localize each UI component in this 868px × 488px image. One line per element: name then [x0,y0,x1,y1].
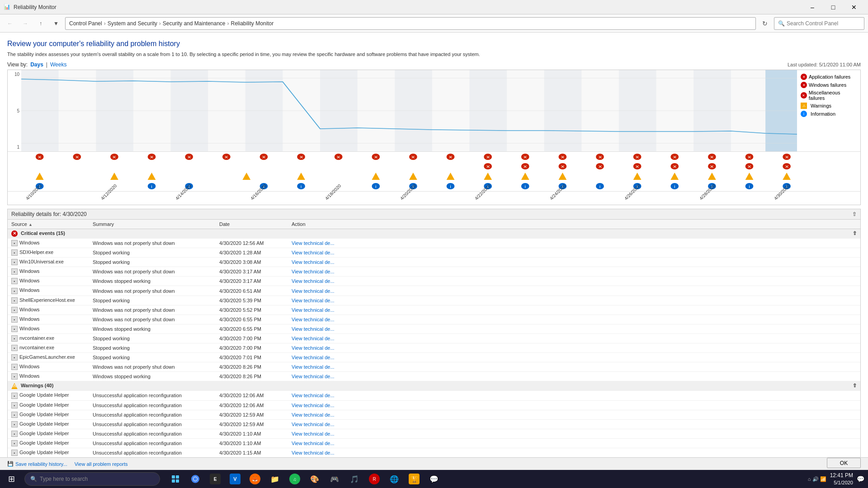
notification-icon[interactable]: 💬 [857,475,864,483]
view-days-link[interactable]: Days [30,61,43,68]
start-button[interactable]: ⊞ [0,470,23,488]
breadcrumb-sm[interactable]: Security and Maintenance [163,20,226,27]
app-icon: ▪ [11,440,18,446]
table-row[interactable]: ▪nvcontainer.exe Stopped working 4/30/20… [8,333,860,343]
close-button[interactable]: ✕ [844,0,864,14]
action-link[interactable]: View technical de... [292,326,335,332]
taskbar-app-orange[interactable]: 🦊 [245,470,265,488]
section-header-critical[interactable]: ✕ Critical events (15) ⇧ [8,229,860,239]
action-link[interactable]: View technical de... [292,412,335,418]
table-row[interactable]: ▪Windows Windows was not properly shut d… [8,267,860,277]
view-weeks-link[interactable]: Weeks [50,61,66,68]
taskbar-app-vector[interactable]: V [225,470,245,488]
action-link[interactable]: View technical de... [292,288,335,294]
taskbar-app-file[interactable]: 📁 [265,470,285,488]
table-row[interactable]: ▪Google Update Helper Unsuccessful appli… [8,419,860,429]
col-source[interactable]: Source ▲ [8,220,89,229]
save-reliability-link[interactable]: 💾 Save reliability history... [7,461,67,467]
breadcrumb-cp[interactable]: Control Panel [69,20,102,27]
taskbar-app-vlc[interactable]: 🎵 [344,470,364,488]
forward-button[interactable]: → [19,17,32,30]
details-scroll-up[interactable]: ⇧ [852,211,857,217]
svg-marker-83 [521,173,529,180]
action-link[interactable]: View technical de... [292,240,335,246]
action-link[interactable]: View technical de... [292,269,335,274]
table-row[interactable]: ▪Google Update Helper Unsuccessful appli… [8,391,860,400]
app-icon: ▪ [11,288,18,294]
table-row[interactable]: ▪Windows Windows was not properly shut d… [8,239,860,248]
action-link[interactable]: View technical de... [292,259,335,265]
svg-text:i: i [674,184,675,189]
action-link[interactable]: View technical de... [292,250,335,255]
table-row[interactable]: ▪Windows Windows stopped working 4/30/20… [8,324,860,333]
table-row[interactable]: ▪Windows Windows was not properly shut d… [8,305,860,314]
table-row[interactable]: ▪SDXHelper.exe Stopped working 4/30/2020… [8,248,860,258]
search-input[interactable] [787,20,860,27]
table-row[interactable]: ▪Google Update Helper Unsuccessful appli… [8,429,860,438]
taskbar-app-task-view[interactable] [165,470,185,488]
taskbar-app-music[interactable]: ♫ [285,470,305,488]
table-row[interactable]: ▪Windows Windows stopped working 4/30/20… [8,372,860,381]
refresh-button[interactable]: ↻ [759,17,771,30]
action-link[interactable]: View technical de... [292,431,335,436]
col-summary[interactable]: Summary [89,220,216,229]
maximize-button[interactable]: □ [823,0,844,14]
taskbar-app-browser2[interactable]: 🌐 [384,470,404,488]
table-row[interactable]: ▪Google Update Helper Unsuccessful appli… [8,410,860,419]
action-link[interactable]: View technical de... [292,336,335,341]
section-header-warning[interactable]: ⚠ Warnings (40) ⇧ [8,381,860,391]
view-all-reports-link[interactable]: View all problem reports [75,461,128,467]
y-axis: 10 5 1 [8,70,21,151]
warnings-row [8,171,860,181]
col-action[interactable]: Action [288,220,860,229]
table-row[interactable]: ▪nvcontainer.exe Stopped working 4/30/20… [8,343,860,353]
table-row[interactable]: ▪EpicGamesLauncher.exe Stopped working 4… [8,353,860,362]
taskbar-app-game[interactable]: 🎮 [325,470,344,488]
action-link[interactable]: View technical de... [292,422,335,427]
action-link[interactable]: View technical de... [292,450,335,455]
ok-button[interactable]: OK [827,458,861,468]
taskbar-date: 5/1/2020 [830,479,853,486]
back-button[interactable]: ← [4,17,16,30]
table-row[interactable]: ▪Google Update Helper Unsuccessful appli… [8,448,860,457]
action-link[interactable]: View technical de... [292,355,335,360]
taskbar-app-prize[interactable]: 🏆 [404,470,424,488]
action-link[interactable]: View technical de... [292,317,335,322]
minimize-button[interactable]: – [802,0,823,14]
table-row[interactable]: ▪Google Update Helper Unsuccessful appli… [8,400,860,410]
svg-text:i: i [599,184,601,189]
action-link[interactable]: View technical de... [292,364,335,370]
action-link[interactable]: View technical de... [292,278,335,284]
table-row[interactable]: ▪ShellExperienceHost.exe Stopped working… [8,296,860,305]
table-row[interactable]: ▪Google Update Helper Unsuccessful appli… [8,438,860,448]
table-row[interactable]: ▪Windows Windows stopped working 4/30/20… [8,277,860,286]
up-button[interactable]: ↑ [34,17,47,30]
action-link[interactable]: View technical de... [292,374,335,379]
taskbar-app-msg[interactable]: 💬 [424,470,444,488]
search-box[interactable]: 🔍 [774,17,864,30]
breadcrumb-rm[interactable]: Reliability Monitor [231,20,274,27]
svg-text:✕: ✕ [224,155,228,160]
taskbar-clock: 12:41 PM 5/1/2020 [830,472,853,486]
action-link[interactable]: View technical de... [292,393,335,398]
breadcrumb-ss[interactable]: System and Security [108,20,157,27]
col-date[interactable]: Date [216,220,288,229]
action-link[interactable]: View technical de... [292,403,335,408]
action-link[interactable]: View technical de... [292,298,335,303]
app-icon: ▪ [11,307,18,313]
table-row[interactable]: ▪Windows Windows was not properly shut d… [8,314,860,324]
taskbar-app-chrome[interactable] [185,470,205,488]
recent-button[interactable]: ▼ [50,17,62,30]
chart-area[interactable] [21,70,797,151]
taskbar-app-epic[interactable]: E [205,470,225,488]
action-link[interactable]: View technical de... [292,441,335,446]
table-row[interactable]: ▪Windows Windows was not properly shut d… [8,362,860,372]
taskbar-search[interactable]: 🔍 Type here to search [24,472,160,486]
taskbar-app-photo[interactable]: 🎨 [305,470,325,488]
taskbar-app-red[interactable]: R [364,470,384,488]
action-link[interactable]: View technical de... [292,307,335,313]
action-link[interactable]: View technical de... [292,345,335,351]
breadcrumb: Control Panel › System and Security › Se… [65,17,756,30]
table-row[interactable]: ▪Windows Windows was not properly shut d… [8,286,860,296]
table-row[interactable]: ▪Win10Universal.exe Stopped working 4/30… [8,258,860,267]
